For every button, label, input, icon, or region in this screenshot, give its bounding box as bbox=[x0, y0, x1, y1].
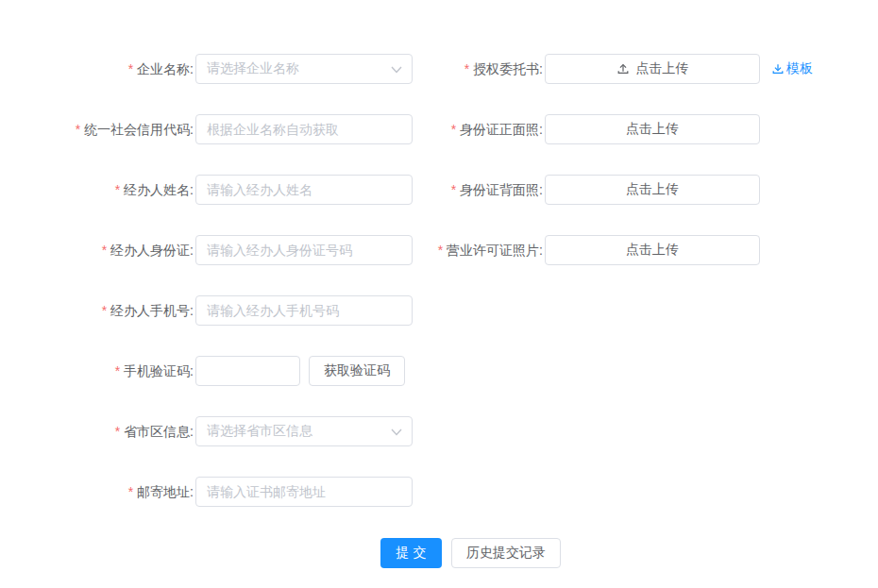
history-records-button[interactable]: 历史提交记录 bbox=[451, 538, 561, 568]
field-label: *身份证正面照: bbox=[0, 114, 543, 144]
form-right-column: *授权委托书: 点击上传 模板 *身份证正面照: 点击上传 *身份证背面照: bbox=[0, 54, 813, 295]
select-placeholder: 请选择省市区信息 bbox=[207, 423, 312, 440]
form-actions: 提 交 历史提交记录 bbox=[380, 538, 561, 568]
field-label-text: 身份证正面照: bbox=[460, 122, 543, 137]
field-label: *营业许可证照片: bbox=[0, 235, 543, 265]
template-link-label: 模板 bbox=[786, 60, 813, 77]
region-select[interactable]: 请选择省市区信息 bbox=[195, 416, 413, 446]
field-label: *身份证背面照: bbox=[0, 175, 543, 205]
required-mark: * bbox=[438, 243, 443, 258]
submit-button[interactable]: 提 交 bbox=[380, 538, 442, 568]
field-control: 点击上传 bbox=[545, 235, 760, 265]
form-row-business-license: *营业许可证照片: 点击上传 bbox=[0, 235, 813, 265]
field-label-text: 营业许可证照片: bbox=[447, 243, 543, 258]
form-row-auth-letter: *授权委托书: 点击上传 模板 bbox=[0, 54, 813, 84]
field-control: 获取验证码 bbox=[195, 356, 405, 386]
template-download-link[interactable]: 模板 bbox=[771, 60, 813, 77]
handler-phone-input[interactable] bbox=[195, 295, 413, 326]
form-row-handler-phone: *经办人手机号: bbox=[0, 295, 413, 326]
field-label: *经办人手机号: bbox=[0, 295, 194, 326]
upload-button-label: 点击上传 bbox=[626, 121, 679, 138]
upload-id-front-button[interactable]: 点击上传 bbox=[545, 114, 760, 144]
field-label-text: 经办人手机号: bbox=[110, 303, 194, 318]
upload-button-label: 点击上传 bbox=[636, 60, 689, 77]
get-sms-code-button[interactable]: 获取验证码 bbox=[309, 356, 405, 386]
required-mark: * bbox=[115, 363, 120, 378]
form-row-region: *省市区信息: 请选择省市区信息 bbox=[0, 416, 413, 446]
sms-code-input[interactable] bbox=[195, 356, 300, 386]
field-control: 点击上传 bbox=[545, 114, 760, 144]
field-control: 请选择省市区信息 bbox=[195, 416, 413, 446]
form-row-id-front: *身份证正面照: 点击上传 bbox=[0, 114, 813, 144]
field-control: 点击上传 模板 bbox=[545, 54, 813, 84]
field-control: 点击上传 bbox=[545, 175, 760, 205]
field-label: *邮寄地址: bbox=[0, 477, 194, 507]
upload-icon bbox=[616, 62, 630, 76]
required-mark: * bbox=[115, 424, 120, 439]
upload-auth-letter-button[interactable]: 点击上传 bbox=[545, 54, 760, 84]
field-label: *授权委托书: bbox=[0, 54, 543, 84]
upload-button-label: 点击上传 bbox=[626, 242, 679, 259]
required-mark: * bbox=[102, 303, 107, 318]
field-label-text: 省市区信息: bbox=[124, 424, 194, 439]
upload-button-label: 点击上传 bbox=[626, 181, 679, 198]
field-label-text: 邮寄地址: bbox=[137, 484, 194, 499]
form-row-sms-code: *手机验证码: 获取验证码 bbox=[0, 356, 413, 386]
upload-business-license-button[interactable]: 点击上传 bbox=[545, 235, 760, 265]
field-label-text: 身份证背面照: bbox=[460, 182, 543, 197]
download-icon bbox=[771, 62, 785, 76]
field-label-text: 手机验证码: bbox=[124, 363, 194, 378]
mailing-address-input[interactable] bbox=[195, 477, 413, 507]
form-row-id-back: *身份证背面照: 点击上传 bbox=[0, 175, 813, 205]
field-label: *手机验证码: bbox=[0, 356, 194, 386]
required-mark: * bbox=[464, 61, 469, 76]
field-label-text: 授权委托书: bbox=[473, 61, 543, 76]
chevron-down-icon bbox=[391, 428, 402, 436]
field-control bbox=[195, 477, 413, 507]
required-mark: * bbox=[128, 484, 133, 499]
field-label: *省市区信息: bbox=[0, 416, 194, 446]
required-mark: * bbox=[451, 122, 456, 137]
required-mark: * bbox=[451, 182, 456, 197]
upload-id-back-button[interactable]: 点击上传 bbox=[545, 175, 760, 205]
form-row-mailing-address: *邮寄地址: bbox=[0, 477, 413, 507]
enterprise-certificate-form-page: *企业名称: 请选择企业名称 *统一社会信用代码: *经办人姓名: *经办人身份… bbox=[0, 0, 878, 588]
field-control bbox=[195, 295, 413, 326]
